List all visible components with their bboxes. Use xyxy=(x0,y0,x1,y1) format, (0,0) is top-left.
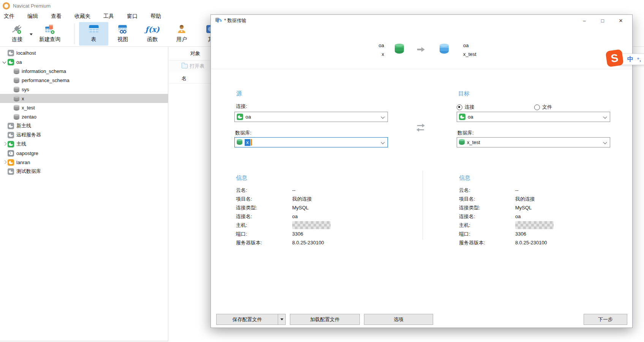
function-label: 函数 xyxy=(147,36,158,43)
mysql-gray-icon xyxy=(8,132,14,138)
chevron-down-icon[interactable] xyxy=(381,116,385,119)
menu-edit[interactable]: 编辑 xyxy=(27,13,38,20)
sidebar-item-sys[interactable]: sys xyxy=(0,85,168,94)
sidebar-item-label: information_schema xyxy=(22,68,66,74)
close-icon[interactable]: ✕ xyxy=(612,15,630,26)
info-label: 连接类型: xyxy=(459,204,515,211)
sidebar-item-information_schema[interactable]: information_schema xyxy=(0,66,168,76)
ime-language-toggle[interactable]: 中 xyxy=(627,55,633,63)
sidebar-item-x_test[interactable]: x_test xyxy=(0,103,168,112)
new-query-button[interactable]: 新建查询 xyxy=(35,22,64,46)
mysql-connection-icon xyxy=(237,114,243,120)
target-info-heading: 信息 xyxy=(459,174,470,182)
sogou-logo-icon[interactable]: S xyxy=(605,49,623,67)
view-button[interactable]: 视图 xyxy=(109,22,136,46)
maximize-icon[interactable]: □ xyxy=(593,15,612,26)
data-transfer-icon xyxy=(215,17,222,25)
info-label: 端口: xyxy=(236,231,292,238)
source-database-select[interactable]: x xyxy=(234,137,388,147)
menu-view[interactable]: 查看 xyxy=(51,13,62,20)
chevron-down-icon[interactable] xyxy=(603,116,607,119)
function-button[interactable]: ƒ(x) 函数 xyxy=(139,22,166,46)
source-database-icon xyxy=(395,45,404,54)
banner-source-database: x xyxy=(342,50,384,59)
sidebar-item-label: 新主线 xyxy=(16,122,31,129)
table-label: 表 xyxy=(91,36,97,43)
objects-tab-label: 对象 xyxy=(190,50,200,57)
chevron-placeholder xyxy=(2,150,8,156)
sidebar-item-performance_schema[interactable]: performance_schema xyxy=(0,76,168,85)
swap-source-target-icon[interactable] xyxy=(416,123,425,134)
view-label: 视图 xyxy=(117,36,128,43)
menu-tools[interactable]: 工具 xyxy=(103,13,114,20)
target-database-icon xyxy=(440,45,449,54)
sidebar-item-主线[interactable]: 主线 xyxy=(0,139,168,149)
dialog-titlebar: * 数据传输 xyxy=(211,15,632,26)
info-row: 主机: xyxy=(236,221,411,230)
target-database-label: 数据库: xyxy=(457,130,474,136)
sidebar-item-测试数据库[interactable]: 测试数据库 xyxy=(0,167,168,176)
source-database-label: 数据库: xyxy=(235,130,252,136)
connection-tree: localhostoainformation_schemaperformance… xyxy=(0,47,168,341)
sidebar-item-zentao[interactable]: zentao xyxy=(0,112,168,121)
ime-punctuation-toggle[interactable]: °, xyxy=(637,57,641,62)
toolbar-separator xyxy=(74,24,74,44)
save-profile-button[interactable]: 保存配置文件 xyxy=(216,314,278,325)
info-label: 项目名: xyxy=(459,196,515,203)
chevron-down-icon[interactable] xyxy=(2,59,8,65)
save-profile-dropdown-button[interactable] xyxy=(278,314,286,325)
info-row: 项目名:我的连接 xyxy=(459,195,634,203)
sidebar-item-远程服务器[interactable]: 远程服务器 xyxy=(0,130,168,139)
sidebar-item-localhost[interactable]: localhost xyxy=(0,48,168,57)
maria-gray-icon xyxy=(8,168,14,175)
radio-unselected-icon[interactable] xyxy=(534,104,540,110)
connect-dropdown-caret-icon[interactable] xyxy=(30,33,33,35)
ime-bar: 中 °, S xyxy=(606,50,644,69)
chevron-right-icon[interactable] xyxy=(2,141,8,147)
menu-favorites[interactable]: 收藏夹 xyxy=(74,13,90,20)
info-label: 连接名: xyxy=(459,213,515,220)
app-title: Navicat Premium xyxy=(13,3,51,9)
connect-button[interactable]: 连接 xyxy=(6,22,28,46)
sidebar-item-label: oapostgre xyxy=(16,150,38,156)
info-value: 我的连接 xyxy=(292,196,312,203)
info-value: 8.0.25-230100 xyxy=(292,240,324,245)
info-label: 端口: xyxy=(459,231,515,238)
target-database-select[interactable]: x_test xyxy=(457,137,610,147)
info-value: oa xyxy=(292,214,297,219)
sidebar-item-oapostgre[interactable]: oapostgre xyxy=(0,149,168,158)
sidebar-item-label: performance_schema xyxy=(22,78,70,83)
sidebar-item-label: localhost xyxy=(16,50,36,56)
chevron-right-icon[interactable] xyxy=(2,159,8,165)
user-button[interactable]: 用户 xyxy=(168,22,195,46)
target-connection-radio[interactable]: 连接 xyxy=(457,104,475,111)
sidebar-item-oa[interactable]: oa xyxy=(0,57,168,66)
info-label: 连接类型: xyxy=(236,204,292,211)
target-connection-select[interactable]: oa xyxy=(457,112,610,122)
source-connection-select[interactable]: oa xyxy=(234,112,388,122)
sidebar-item-新主线[interactable]: 新主线 xyxy=(0,121,168,130)
sidebar-item-x[interactable]: x xyxy=(0,94,168,103)
sidebar-item-lanran[interactable]: lanran xyxy=(0,158,168,167)
chevron-down-icon[interactable] xyxy=(381,141,385,144)
radio-selected-icon[interactable] xyxy=(457,104,462,110)
menu-window[interactable]: 窗口 xyxy=(127,13,138,20)
info-row: 主机: xyxy=(459,221,634,230)
chevron-down-icon[interactable] xyxy=(603,141,607,144)
maria-orange-icon xyxy=(8,159,14,166)
load-profile-button[interactable]: 加载配置文件 xyxy=(290,314,360,325)
info-row: 连接类型:MySQL xyxy=(236,203,411,212)
menu-file[interactable]: 文件 xyxy=(4,13,14,20)
minimize-icon[interactable]: – xyxy=(575,15,593,26)
options-button[interactable]: 选项 xyxy=(364,314,433,325)
open-table-button[interactable]: 打开表 xyxy=(190,63,204,70)
next-button[interactable]: 下一步 xyxy=(584,314,627,325)
table-icon xyxy=(89,24,99,35)
menu-help[interactable]: 帮助 xyxy=(150,13,161,20)
target-file-radio[interactable]: 文件 xyxy=(534,104,552,111)
table-button[interactable]: 表 xyxy=(79,22,108,46)
target-connection-value: oa xyxy=(468,114,473,120)
sidebar-item-label: 测试数据库 xyxy=(16,168,41,175)
info-row: 端口:3306 xyxy=(236,230,411,238)
view-icon xyxy=(117,24,128,35)
